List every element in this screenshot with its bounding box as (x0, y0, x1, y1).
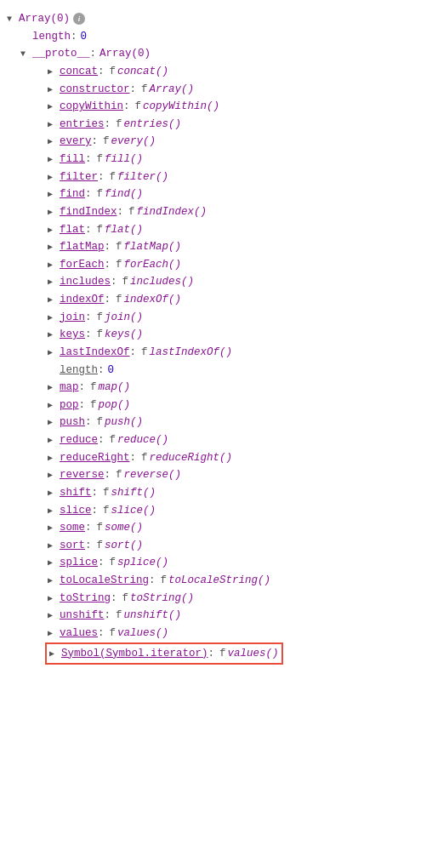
root-node[interactable]: Array(0) i (7, 10, 425, 28)
f-label: f (90, 397, 97, 414)
tree-item-reduceright[interactable]: reduceRight:freduceRight() (7, 449, 425, 467)
item-arrow[interactable] (48, 188, 58, 203)
item-fname: reverse() (124, 466, 182, 484)
tree-item-copywithin[interactable]: copyWithin:fcopyWithin() (7, 98, 425, 116)
item-arrow[interactable] (48, 118, 58, 133)
item-arrow[interactable] (48, 574, 58, 589)
item-fname: toString() (130, 590, 194, 608)
proto-node[interactable]: __proto__ : Array(0) (7, 45, 425, 63)
item-key: toString (60, 590, 111, 608)
item-arrow[interactable] (48, 206, 58, 220)
f-label: f (97, 151, 104, 168)
length-value: 0 (81, 28, 88, 46)
tree-item-keys[interactable]: keys:fkeys() (7, 326, 425, 344)
tree-item-values[interactable]: values:fvalues() (7, 625, 425, 642)
f-label: f (97, 309, 104, 327)
item-arrow[interactable] (48, 224, 58, 238)
item-arrow[interactable] (48, 276, 58, 290)
item-arrow[interactable] (48, 153, 58, 168)
tree-item-indexof[interactable]: indexOf:findexOf() (7, 291, 425, 309)
tree-item-length[interactable]: length:0 (7, 362, 425, 380)
tree-item-reverse[interactable]: reverse:freverse() (7, 466, 425, 484)
item-arrow[interactable] (48, 171, 58, 186)
f-label: f (110, 431, 117, 449)
tree-item-tostring[interactable]: toString:ftoString() (7, 590, 425, 608)
item-arrow[interactable] (48, 505, 58, 519)
tree-item-shift[interactable]: shift:fshift() (7, 484, 425, 502)
root-label: Array(0) (19, 10, 70, 28)
f-label: f (110, 168, 117, 186)
tree-item-flat[interactable]: flat:fflat() (7, 221, 425, 239)
item-arrow[interactable] (48, 83, 58, 98)
item-arrow[interactable] (48, 241, 58, 255)
tree-item-join[interactable]: join:fjoin() (7, 309, 425, 327)
item-key: forEach (60, 256, 105, 274)
item-arrow[interactable] (48, 399, 58, 414)
item-arrow[interactable] (48, 416, 58, 431)
f-label: f (116, 238, 122, 256)
f-label: f (103, 502, 110, 520)
tree-item-find[interactable]: find:ffind() (7, 186, 425, 203)
tree-item-pop[interactable]: pop:fpop() (7, 397, 425, 414)
tree-item-every[interactable]: every:fevery() (7, 133, 425, 151)
f-label: f (141, 344, 148, 362)
item-key: find (60, 186, 85, 203)
item-arrow[interactable] (48, 452, 58, 466)
item-arrow[interactable] (48, 135, 58, 150)
item-fname: shift() (111, 484, 156, 502)
tree-item-slice[interactable]: slice:fslice() (7, 502, 425, 520)
item-arrow[interactable] (48, 557, 58, 571)
proto-arrow[interactable] (20, 48, 31, 62)
f-label: f (110, 554, 117, 572)
tree-item-map[interactable]: map:fmap() (7, 379, 425, 397)
item-arrow[interactable] (48, 381, 58, 396)
item-arrow[interactable] (48, 100, 58, 115)
item-arrow[interactable] (48, 346, 58, 361)
item-key: every (60, 133, 92, 151)
tree-item-splice[interactable]: splice:fsplice() (7, 554, 425, 572)
item-arrow[interactable] (48, 540, 58, 554)
item-arrow[interactable] (48, 592, 58, 607)
tree-item-push[interactable]: push:fpush() (7, 414, 425, 431)
tree-item-foreach[interactable]: forEach:fforEach() (7, 256, 425, 274)
item-arrow[interactable] (49, 648, 60, 662)
tree-item-lastindexof[interactable]: lastIndexOf:flastIndexOf() (7, 344, 425, 362)
item-key: slice (60, 502, 92, 520)
item-fname: entries() (124, 116, 182, 134)
tree-item-sort[interactable]: sort:fsort() (7, 537, 425, 555)
root-arrow[interactable] (7, 13, 17, 27)
tree-item-symbol-symbol-iterator-[interactable]: Symbol(Symbol.iterator):fvalues() (7, 642, 425, 665)
item-key: splice (60, 554, 98, 572)
tree-item-constructor[interactable]: constructor:fArray() (7, 81, 425, 99)
item-arrow[interactable] (48, 311, 58, 326)
tree-item-filter[interactable]: filter:ffilter() (7, 168, 425, 186)
tree-item-reduce[interactable]: reduce:freduce() (7, 431, 425, 449)
tree-item-tolocalestring[interactable]: toLocaleString:ftoLocaleString() (7, 572, 425, 590)
item-arrow[interactable] (48, 627, 58, 642)
tree-item-unshift[interactable]: unshift:funshift() (7, 607, 425, 625)
item-arrow[interactable] (48, 66, 58, 80)
info-badge[interactable]: i (73, 13, 85, 25)
tree-item-some[interactable]: some:fsome() (7, 519, 425, 537)
f-label: f (128, 203, 135, 221)
tree-item-includes[interactable]: includes:fincludes() (7, 273, 425, 291)
proto-children: concat:fconcat()constructor:fArray()copy… (7, 63, 425, 665)
item-arrow[interactable] (48, 294, 58, 308)
f-label: f (103, 484, 110, 502)
item-arrow[interactable] (48, 328, 58, 343)
item-arrow[interactable] (48, 522, 58, 536)
item-arrow[interactable] (48, 609, 58, 624)
tree-item-concat[interactable]: concat:fconcat() (7, 63, 425, 81)
tree-item-fill[interactable]: fill:ffill() (7, 151, 425, 168)
item-arrow[interactable] (48, 259, 58, 273)
item-arrow[interactable] (48, 434, 58, 448)
f-label: f (97, 326, 104, 344)
item-arrow[interactable] (48, 487, 58, 501)
item-fname: reduce() (117, 431, 168, 449)
item-fname: indexOf() (124, 291, 182, 309)
item-arrow[interactable] (48, 469, 58, 483)
item-fname: sort() (105, 537, 143, 555)
tree-item-entries[interactable]: entries:fentries() (7, 116, 425, 134)
tree-item-findindex[interactable]: findIndex:ffindIndex() (7, 203, 425, 221)
tree-item-flatmap[interactable]: flatMap:fflatMap() (7, 238, 425, 256)
